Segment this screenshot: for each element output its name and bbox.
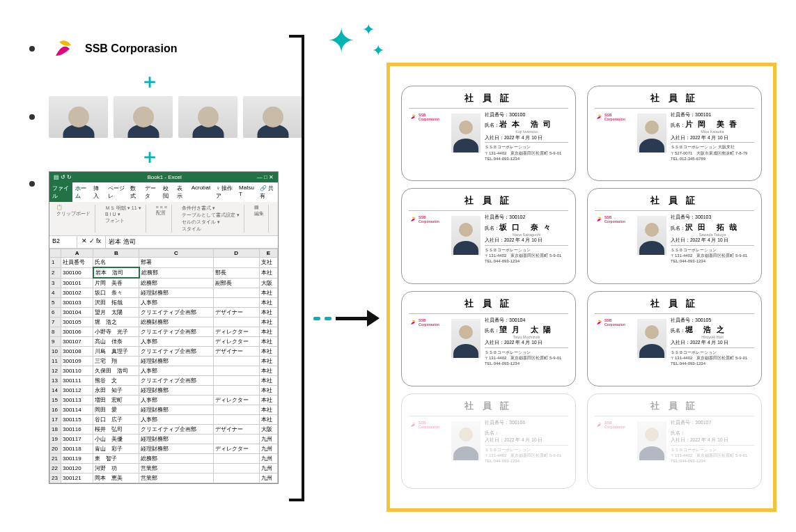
cell[interactable]: 300116 xyxy=(61,425,93,435)
cell[interactable]: 岡本 恵美 xyxy=(93,474,139,483)
cell[interactable]: ディレクター xyxy=(213,327,259,337)
row-header[interactable]: 10 xyxy=(50,347,61,357)
cell[interactable]: 営業部 xyxy=(139,464,213,474)
cell[interactable]: 岩本 浩司 xyxy=(93,267,139,278)
cell[interactable]: 総務部 xyxy=(139,454,213,464)
cell[interactable]: 300107 xyxy=(61,337,93,347)
row-header[interactable]: 5 xyxy=(50,298,61,308)
cell[interactable]: 300119 xyxy=(61,454,93,464)
table-row[interactable]: 4300102坂口 奈々経理財務部本社 xyxy=(50,288,278,298)
table-row[interactable]: 11300109三宅 翔経理財務部本社 xyxy=(50,357,278,366)
table-row[interactable]: 16300114岡田 愛経理財務部本社 xyxy=(50,405,278,415)
cell[interactable]: 部署 xyxy=(139,258,213,268)
cell[interactable]: デザイナー xyxy=(213,308,259,318)
row-header[interactable]: 1 xyxy=(50,258,61,268)
cell[interactable]: 経理財務部 xyxy=(139,357,213,366)
cell[interactable]: 川島 真理子 xyxy=(93,347,139,357)
cell[interactable]: クリエイティブ企画部 xyxy=(139,425,213,435)
row-header[interactable]: 17 xyxy=(50,415,61,425)
cell[interactable]: 300117 xyxy=(61,435,93,444)
cell[interactable]: 300110 xyxy=(61,366,93,376)
cell[interactable]: 九州 xyxy=(259,454,277,464)
table-row[interactable]: 23300121岡本 恵美営業部九州 xyxy=(50,474,278,483)
row-header[interactable]: 6 xyxy=(50,308,61,318)
cell[interactable]: 経理財務部 xyxy=(139,405,213,415)
cell[interactable]: 本社 xyxy=(259,396,277,405)
col-header[interactable]: B xyxy=(93,249,139,258)
cell[interactable]: クリエイティブ企画部 xyxy=(139,376,213,386)
row-header[interactable]: 13 xyxy=(50,376,61,386)
table-row[interactable]: 17300115谷口 広子人事部本社 xyxy=(50,415,278,425)
cell[interactable]: 300105 xyxy=(61,318,93,327)
cell[interactable]: クリエイティブ企画部 xyxy=(139,327,213,337)
col-header[interactable]: D xyxy=(213,249,259,258)
cell[interactable]: 300111 xyxy=(61,376,93,386)
table-row[interactable]: 13300111熊谷 文クリエイティブ企画部本社 xyxy=(50,376,278,386)
cell[interactable]: 高山 佳奈 xyxy=(93,337,139,347)
row-header[interactable]: 23 xyxy=(50,474,61,483)
ribbon-tab[interactable]: データ xyxy=(142,182,161,202)
row-header[interactable]: 16 xyxy=(50,405,61,415)
cell[interactable]: 社員番号 xyxy=(61,258,93,268)
formula-bar[interactable]: B2 ✕ ✓ fx 岩本 浩司 xyxy=(49,236,278,249)
cell[interactable]: 本社 xyxy=(259,288,277,298)
table-row[interactable]: 14300112永田 知子経理財務部本社 xyxy=(50,386,278,396)
cell[interactable]: 本社 xyxy=(259,405,277,415)
cell[interactable]: 桜井 弘司 xyxy=(93,425,139,435)
cell[interactable] xyxy=(213,474,259,483)
col-header[interactable]: E xyxy=(259,249,277,258)
table-row[interactable]: 7300105堀 浩之総務財務部本社 xyxy=(50,318,278,327)
cell[interactable]: 経理財務部 xyxy=(139,435,213,444)
cell[interactable]: 人事部 xyxy=(139,415,213,425)
cell[interactable]: 300103 xyxy=(61,298,93,308)
cell[interactable]: 大阪 xyxy=(259,425,277,435)
cell[interactable]: 副部長 xyxy=(213,278,259,288)
cell-reference[interactable]: B2 xyxy=(49,236,77,248)
cell[interactable]: 望月 太陽 xyxy=(93,308,139,318)
cell[interactable]: 300120 xyxy=(61,464,93,474)
cell[interactable] xyxy=(213,366,259,376)
cell[interactable]: 堀 浩之 xyxy=(93,318,139,327)
row-header[interactable]: 14 xyxy=(50,386,61,396)
ribbon-tab[interactable]: 挿入 xyxy=(91,182,104,202)
cell[interactable]: 東 智子 xyxy=(93,454,139,464)
cell[interactable] xyxy=(213,288,259,298)
cell[interactable]: 300109 xyxy=(61,357,93,366)
table-row[interactable]: 9300107高山 佳奈人事部ディレクター本社 xyxy=(50,337,278,347)
cell[interactable]: 九州 xyxy=(259,464,277,474)
cell[interactable]: 人事部 xyxy=(139,366,213,376)
cell[interactable]: 300112 xyxy=(61,386,93,396)
col-header[interactable]: C xyxy=(139,249,213,258)
cell[interactable]: デザイナー xyxy=(213,347,259,357)
cell[interactable]: 人事部 xyxy=(139,298,213,308)
spreadsheet[interactable]: ABCDE 1社員番号氏名部署支社2300100岩本 浩司総務部部長本社3300… xyxy=(49,249,278,483)
ribbon-tab[interactable]: 表示 xyxy=(174,182,188,202)
cell[interactable]: 坂口 奈々 xyxy=(93,288,139,298)
cell[interactable]: 本社 xyxy=(259,415,277,425)
table-row[interactable]: 19300117小山 美優経理財務部九州 xyxy=(50,435,278,444)
ribbon-tab[interactable]: 校閲 xyxy=(160,182,174,202)
cell[interactable]: 本社 xyxy=(259,386,277,396)
cell[interactable]: 300104 xyxy=(61,308,93,318)
table-row[interactable]: 18300116桜井 弘司クリエイティブ企画部デザイナー大阪 xyxy=(50,425,278,435)
cell[interactable]: 300108 xyxy=(61,347,93,357)
cell[interactable] xyxy=(213,415,259,425)
cell[interactable]: 総務財務部 xyxy=(139,318,213,327)
cell[interactable] xyxy=(213,318,259,327)
cell[interactable]: 本社 xyxy=(259,357,277,366)
cell[interactable]: クリエイティブ企画部 xyxy=(139,308,213,318)
cell[interactable]: 300113 xyxy=(61,396,93,405)
row-header[interactable]: 9 xyxy=(50,337,61,347)
cell[interactable]: 本社 xyxy=(259,267,277,278)
row-header[interactable]: 12 xyxy=(50,366,61,376)
cell[interactable]: 300118 xyxy=(61,444,93,454)
ribbon[interactable]: 📋クリップボード ＭＳ 明朝 ▾ 11 ▾B I U ▾フォント ≡ ≡ ≡配置… xyxy=(49,202,278,236)
row-header[interactable]: 15 xyxy=(50,396,61,405)
cell[interactable]: 300115 xyxy=(61,415,93,425)
cell[interactable]: ディレクター xyxy=(213,396,259,405)
row-header[interactable]: 8 xyxy=(50,327,61,337)
cell[interactable]: 部長 xyxy=(213,267,259,278)
cell[interactable]: ディレクター xyxy=(213,444,259,454)
cell[interactable] xyxy=(213,435,259,444)
row-header[interactable]: 21 xyxy=(50,454,61,464)
